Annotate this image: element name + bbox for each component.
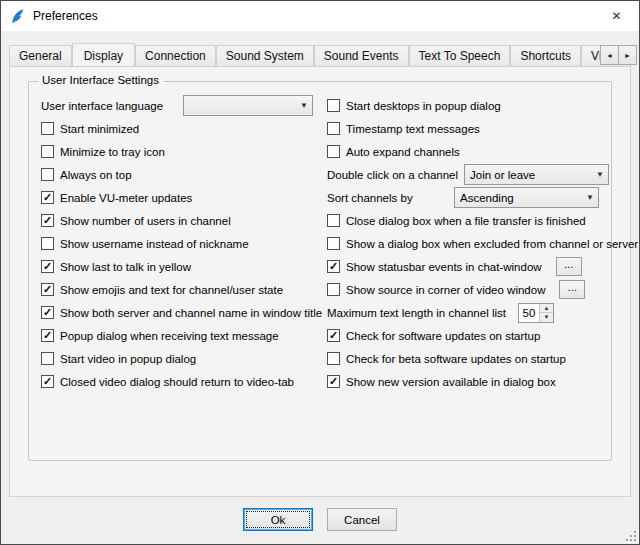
row-check-for-software-updates-on-startup: ✓Check for software updates on startup — [327, 324, 599, 347]
checkbox-label-auto-expand-channels[interactable]: Auto expand channels — [346, 146, 460, 158]
checkbox-show-username-instead-of-nickname[interactable] — [41, 237, 54, 250]
right-column: Start desktops in popup dialogTimestamp … — [327, 94, 599, 393]
checkbox-label-start-desktops-in-popup-dialog[interactable]: Start desktops in popup dialog — [346, 100, 501, 112]
dropdown-sort-channels-by[interactable]: Ascending▼ — [454, 187, 599, 208]
tab-sound-system[interactable]: Sound System — [216, 45, 314, 66]
checkbox-label-minimize-to-tray-icon[interactable]: Minimize to tray icon — [60, 146, 165, 158]
checkbox-popup-dialog-when-receiving-text-message[interactable]: ✓ — [41, 329, 54, 342]
resize-grip-icon[interactable] — [624, 529, 637, 542]
chevron-down-icon: ▼ — [582, 193, 598, 202]
row-user-interface-language: User interface language▼ — [41, 94, 313, 117]
checkbox-label-show-emojis-and-text-for-channel-user-state[interactable]: Show emojis and text for channel/user st… — [60, 284, 283, 296]
checkbox-minimize-to-tray-icon[interactable] — [41, 145, 54, 158]
spin-down-icon[interactable]: ▼ — [540, 313, 553, 322]
checkbox-label-show-username-instead-of-nickname[interactable]: Show username instead of nickname — [60, 238, 249, 250]
row-show-a-dialog-box-when-excluded-from-channel-or-server: Show a dialog box when excluded from cha… — [327, 232, 599, 255]
checkbox-label-start-video-in-popup-dialog[interactable]: Start video in popup dialog — [60, 353, 196, 365]
tab-scroll: ◄ ► — [600, 45, 637, 65]
checkbox-start-desktops-in-popup-dialog[interactable] — [327, 99, 340, 112]
checkbox-show-both-server-and-channel-name-in-window-title[interactable]: ✓ — [41, 306, 54, 319]
tab-shortcuts[interactable]: Shortcuts — [510, 45, 581, 66]
row-close-dialog-box-when-a-file-transfer-is-finished: Close dialog box when a file transfer is… — [327, 209, 599, 232]
cancel-button[interactable]: Cancel — [327, 508, 397, 531]
checkbox-auto-expand-channels[interactable] — [327, 145, 340, 158]
checkbox-label-close-dialog-box-when-a-file-transfer-is-finished[interactable]: Close dialog box when a file transfer is… — [346, 215, 586, 227]
checkbox-show-statusbar-events-in-chat-window[interactable]: ✓ — [327, 260, 340, 273]
combo-label-sort-channels-by: Sort channels by — [327, 192, 413, 204]
tab-connection[interactable]: Connection — [135, 45, 216, 66]
spin-up-icon[interactable]: ▲ — [540, 304, 553, 314]
checkbox-show-new-version-available-in-dialog-box[interactable]: ✓ — [327, 375, 340, 388]
checkbox-timestamp-text-messages[interactable] — [327, 122, 340, 135]
ellipsis-button-show-source-in-corner-of-video-window[interactable]: ... — [559, 280, 585, 299]
checkbox-label-show-both-server-and-channel-name-in-window-title[interactable]: Show both server and channel name in win… — [60, 307, 322, 319]
display-tab-page: User Interface Settings User interface l… — [9, 66, 631, 497]
combo-label-user-interface-language: User interface language — [41, 100, 163, 112]
row-show-last-to-talk-in-yellow: ✓Show last to talk in yellow — [41, 255, 313, 278]
checkbox-label-start-minimized[interactable]: Start minimized — [60, 123, 139, 135]
checkbox-always-on-top[interactable] — [41, 168, 54, 181]
close-button[interactable]: ✕ — [594, 1, 639, 31]
user-interface-settings-group: User Interface Settings User interface l… — [28, 81, 612, 461]
row-show-source-in-corner-of-video-window: Show source in corner of video window... — [327, 278, 599, 301]
row-show-both-server-and-channel-name-in-window-title: ✓Show both server and channel name in wi… — [41, 301, 313, 324]
dropdown-user-interface-language[interactable]: ▼ — [183, 95, 313, 116]
row-enable-vu-meter-updates: ✓Enable VU-meter updates — [41, 186, 313, 209]
tab-display[interactable]: Display — [72, 43, 135, 66]
checkbox-label-enable-vu-meter-updates[interactable]: Enable VU-meter updates — [60, 192, 192, 204]
tab-scroll-left-button[interactable]: ◄ — [600, 45, 619, 65]
row-show-statusbar-events-in-chat-window: ✓Show statusbar events in chat-window... — [327, 255, 599, 278]
dialog-buttons: Ok Cancel — [1, 503, 639, 544]
spinner-arrows: ▲▼ — [539, 304, 553, 322]
checkbox-show-emojis-and-text-for-channel-user-state[interactable]: ✓ — [41, 283, 54, 296]
checkbox-show-last-to-talk-in-yellow[interactable]: ✓ — [41, 260, 54, 273]
window-title: Preferences — [33, 9, 98, 23]
checkbox-closed-video-dialog-should-return-to-video-tab[interactable]: ✓ — [41, 375, 54, 388]
tab-text-to-speech[interactable]: Text To Speech — [409, 45, 511, 66]
checkbox-label-popup-dialog-when-receiving-text-message[interactable]: Popup dialog when receiving text message — [60, 330, 279, 342]
arrow-right-icon: ► — [624, 52, 631, 59]
row-check-for-beta-software-updates-on-startup: Check for beta software updates on start… — [327, 347, 599, 370]
row-sort-channels-by: Sort channels byAscending▼ — [327, 186, 599, 209]
checkbox-start-minimized[interactable] — [41, 122, 54, 135]
checkbox-enable-vu-meter-updates[interactable]: ✓ — [41, 191, 54, 204]
spinner-label-maximum-text-length-in-channel-list: Maximum text length in channel list — [327, 307, 506, 319]
checkbox-label-show-source-in-corner-of-video-window[interactable]: Show source in corner of video window — [346, 284, 545, 296]
tab-general[interactable]: General — [9, 45, 72, 66]
checkbox-label-show-a-dialog-box-when-excluded-from-channel-or-server[interactable]: Show a dialog box when excluded from cha… — [346, 238, 638, 250]
app-icon — [9, 8, 26, 25]
row-minimize-to-tray-icon: Minimize to tray icon — [41, 140, 313, 163]
ok-button[interactable]: Ok — [243, 508, 313, 531]
tab-sound-events[interactable]: Sound Events — [314, 45, 409, 66]
checkbox-label-timestamp-text-messages[interactable]: Timestamp text messages — [346, 123, 480, 135]
chevron-down-icon: ▼ — [592, 170, 608, 179]
row-double-click-on-a-channel: Double click on a channelJoin or leave▼ — [327, 163, 599, 186]
row-start-video-in-popup-dialog: Start video in popup dialog — [41, 347, 313, 370]
checkbox-show-a-dialog-box-when-excluded-from-channel-or-server[interactable] — [327, 237, 340, 250]
spinner-maximum-text-length-in-channel-list[interactable]: 50▲▼ — [518, 303, 554, 323]
checkbox-label-show-number-of-users-in-channel[interactable]: Show number of users in channel — [60, 215, 231, 227]
row-show-username-instead-of-nickname: Show username instead of nickname — [41, 232, 313, 255]
checkbox-label-check-for-beta-software-updates-on-startup[interactable]: Check for beta software updates on start… — [346, 353, 566, 365]
checkbox-label-closed-video-dialog-should-return-to-video-tab[interactable]: Closed video dialog should return to vid… — [60, 376, 294, 388]
checkbox-show-source-in-corner-of-video-window[interactable] — [327, 283, 340, 296]
checkbox-label-show-statusbar-events-in-chat-window[interactable]: Show statusbar events in chat-window — [346, 261, 542, 273]
dropdown-double-click-on-a-channel[interactable]: Join or leave▼ — [464, 164, 609, 185]
checkbox-close-dialog-box-when-a-file-transfer-is-finished[interactable] — [327, 214, 340, 227]
dropdown-value-double-click-on-a-channel: Join or leave — [465, 169, 592, 181]
checkbox-label-check-for-software-updates-on-startup[interactable]: Check for software updates on startup — [346, 330, 540, 342]
checkbox-check-for-software-updates-on-startup[interactable]: ✓ — [327, 329, 340, 342]
checkbox-label-show-last-to-talk-in-yellow[interactable]: Show last to talk in yellow — [60, 261, 191, 273]
row-start-desktops-in-popup-dialog: Start desktops in popup dialog — [327, 94, 599, 117]
checkbox-label-show-new-version-available-in-dialog-box[interactable]: Show new version available in dialog box — [346, 376, 556, 388]
group-title: User Interface Settings — [38, 74, 163, 86]
checkbox-show-number-of-users-in-channel[interactable]: ✓ — [41, 214, 54, 227]
row-show-new-version-available-in-dialog-box: ✓Show new version available in dialog bo… — [327, 370, 599, 393]
tab-scroll-right-button[interactable]: ► — [619, 45, 637, 65]
row-auto-expand-channels: Auto expand channels — [327, 140, 599, 163]
checkbox-label-always-on-top[interactable]: Always on top — [60, 169, 132, 181]
settings-columns: User interface language▼Start minimizedM… — [41, 94, 599, 393]
checkbox-check-for-beta-software-updates-on-startup[interactable] — [327, 352, 340, 365]
checkbox-start-video-in-popup-dialog[interactable] — [41, 352, 54, 365]
ellipsis-button-show-statusbar-events-in-chat-window[interactable]: ... — [556, 257, 582, 276]
